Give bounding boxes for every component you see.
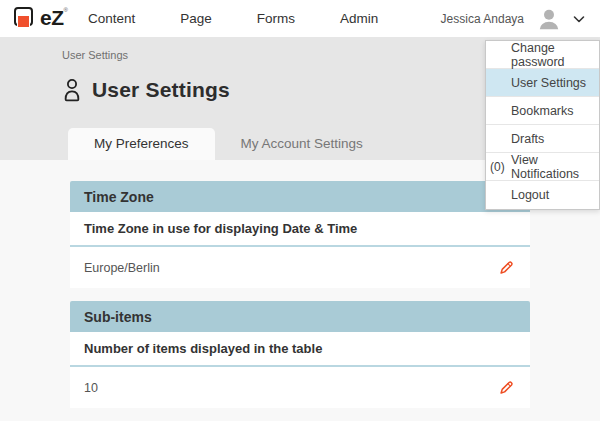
user-icon (62, 78, 82, 102)
page-title: User Settings (92, 78, 230, 102)
user-name: Jessica Andaya (441, 12, 524, 26)
nav-item-forms[interactable]: Forms (257, 2, 295, 35)
menu-item-user-settings[interactable]: User Settings (486, 69, 599, 97)
avatar-icon (536, 6, 562, 32)
tab-bar: My Preferences My Account Settings (68, 128, 389, 160)
menu-item-bookmarks[interactable]: Bookmarks (486, 97, 599, 125)
section-sub-items: Sub-items Number of items displayed in t… (70, 301, 530, 408)
sub-items-question-label: Number of items displayed in the table (70, 332, 530, 367)
notifications-count-badge: (0) (490, 160, 505, 174)
main-nav: Content Page Forms Admin (88, 2, 423, 35)
menu-item-logout[interactable]: Logout (486, 181, 599, 209)
time-zone-question-label: Time Zone in use for displaying Date & T… (70, 212, 530, 247)
section-header-sub-items: Sub-items (70, 301, 530, 332)
menu-item-change-password[interactable]: Change password (486, 41, 599, 69)
ez-logo[interactable]: eZ ® (14, 5, 68, 32)
menu-item-label: View Notifications (511, 153, 599, 181)
preferences-card: Time Zone Time Zone in use for displayin… (70, 181, 530, 408)
user-dropdown-menu: Change password User Settings Bookmarks … (485, 40, 600, 210)
edit-time-zone-button[interactable] (498, 260, 514, 276)
menu-item-drafts[interactable]: Drafts (486, 125, 599, 153)
sub-items-value-row: 10 (70, 367, 530, 408)
user-menu-trigger[interactable]: Jessica Andaya (441, 6, 586, 32)
section-time-zone: Time Zone Time Zone in use for displayin… (70, 181, 530, 288)
sub-items-value: 10 (84, 381, 98, 395)
time-zone-value-row: Europe/Berlin (70, 247, 530, 288)
top-navigation-bar: eZ ® Content Page Forms Admin Jessica An… (0, 0, 600, 37)
edit-sub-items-button[interactable] (498, 380, 514, 396)
nav-item-page[interactable]: Page (180, 2, 212, 35)
ez-logo-registered-mark: ® (64, 7, 68, 13)
chevron-down-icon (572, 12, 586, 26)
section-header-time-zone: Time Zone (70, 181, 530, 212)
menu-item-view-notifications[interactable]: (0) View Notifications (486, 153, 599, 181)
ez-logo-text: eZ (40, 5, 64, 31)
ez-logo-icon (14, 6, 40, 32)
ez-logo-orange-square (17, 15, 30, 28)
tab-my-account-settings[interactable]: My Account Settings (215, 128, 389, 160)
time-zone-value: Europe/Berlin (84, 261, 160, 275)
nav-item-content[interactable]: Content (88, 2, 135, 35)
user-settings-page: eZ ® Content Page Forms Admin Jessica An… (0, 0, 600, 421)
tab-my-preferences[interactable]: My Preferences (68, 128, 215, 160)
nav-item-admin[interactable]: Admin (340, 2, 378, 35)
